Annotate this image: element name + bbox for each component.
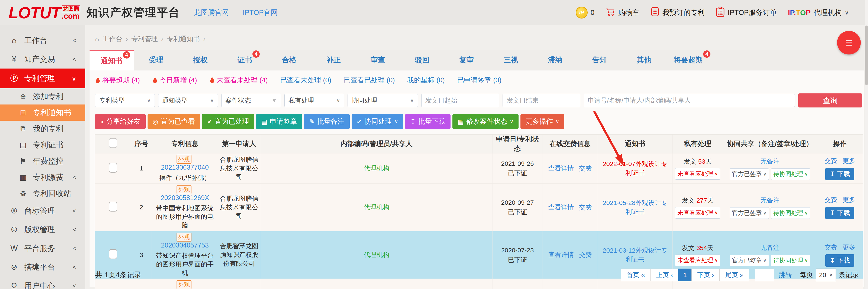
sidebar-item-patent-mgmt[interactable]: Ⓟ 专利管理 ∨ bbox=[0, 69, 85, 88]
cart-button[interactable]: 购物车 bbox=[606, 7, 640, 18]
tab-other[interactable]: 其他 bbox=[622, 50, 666, 70]
sidebar-sub-add-patent[interactable]: ⊕ 添加专利 bbox=[0, 88, 85, 105]
select-all-checkbox[interactable] bbox=[109, 138, 117, 148]
sidebar-item-copyright-mgmt[interactable]: © 版权管理 < bbox=[0, 220, 85, 239]
sidebar-item-build-platform[interactable]: ⊛ 搭建平台 < bbox=[0, 258, 85, 277]
ip-coin-balance[interactable]: IP 0 bbox=[576, 7, 594, 19]
row-checkbox[interactable] bbox=[109, 163, 117, 173]
download-button[interactable]: ↧下载 bbox=[825, 168, 854, 180]
tab-notices[interactable]: 通知书4 bbox=[90, 50, 134, 71]
op-fee-link[interactable]: 交费 bbox=[825, 244, 837, 251]
op-more-link[interactable]: 更多 bbox=[842, 244, 855, 251]
filter-unviewed-unhandled[interactable]: 未查看未处理 (4) bbox=[209, 76, 268, 85]
sidebar-sub-patent-certs[interactable]: ▤ 专利证书 bbox=[0, 137, 85, 153]
fee-detail-link[interactable]: 查看详情 bbox=[548, 251, 574, 258]
note-state-link[interactable]: 无备注 bbox=[760, 244, 779, 252]
tab-grant[interactable]: 授权 bbox=[178, 50, 223, 70]
nav-link-lotut-site[interactable]: 龙图腾官网 bbox=[194, 8, 229, 17]
private-state-select[interactable]: 未查看应处理∨ bbox=[675, 207, 720, 219]
collab-state-select[interactable]: 待协同处理∨ bbox=[771, 207, 810, 219]
fee-detail-link[interactable]: 查看详情 bbox=[548, 204, 574, 211]
mark-handled-button[interactable]: ✔置为已处理 bbox=[202, 114, 254, 129]
collab-handle-select[interactable]: 协同处理∨ bbox=[347, 94, 418, 107]
issue-date-end-input[interactable] bbox=[502, 94, 580, 107]
private-state-select[interactable]: 未查看应处理∨ bbox=[675, 168, 720, 180]
tab-reexamination[interactable]: 复审 bbox=[444, 50, 489, 70]
filter-my-stars[interactable]: 我的星标 (0) bbox=[407, 76, 445, 85]
reserved-patents-button[interactable]: 我预订的专利 bbox=[651, 7, 705, 18]
first-page-button[interactable]: 首页 « bbox=[621, 268, 651, 281]
tab-correction[interactable]: 补正 bbox=[311, 50, 355, 70]
sidebar-sub-my-patents[interactable]: ⧉ 我的专利 bbox=[0, 121, 85, 137]
op-more-link[interactable]: 更多 bbox=[842, 196, 855, 203]
collab-state-select[interactable]: 待协同处理∨ bbox=[771, 255, 810, 266]
bulk-note-button[interactable]: ✎批量备注 bbox=[304, 114, 349, 129]
tab-rejection[interactable]: 驳回 bbox=[400, 50, 444, 70]
issue-date-start-input[interactable] bbox=[421, 94, 499, 107]
filter-expiring[interactable]: 将要超期 (4) bbox=[95, 76, 140, 85]
agency-menu[interactable]: IP.TOP 代理机构 ∨ bbox=[788, 8, 849, 17]
tab-three-views[interactable]: 三视 bbox=[489, 50, 533, 70]
jump-button[interactable]: 跳转 bbox=[779, 270, 792, 280]
sidebar-item-workbench[interactable]: ⌂ 工作台 < bbox=[0, 31, 85, 50]
private-state-select[interactable]: 未查看应处理∨ bbox=[675, 255, 720, 266]
sidebar-item-trademark-mgmt[interactable]: ® 商标管理 < bbox=[0, 202, 85, 220]
iptop-orders-button[interactable]: IPTOP服务订单 bbox=[716, 7, 777, 19]
patent-number-link[interactable]: 2020304057753 bbox=[161, 242, 209, 249]
search-button[interactable]: 查询 bbox=[798, 94, 862, 107]
filter-viewed-handled[interactable]: 已查看已处理 (0) bbox=[344, 76, 395, 85]
collab-state-select[interactable]: 待协同处理∨ bbox=[771, 168, 810, 180]
sidebar-item-user-center[interactable]: Ω 用户中心 < bbox=[0, 277, 85, 289]
download-button[interactable]: ↧下载 bbox=[825, 207, 854, 219]
notice-link[interactable]: 2021-03-12外观设计专利证书 bbox=[603, 247, 668, 263]
nav-link-iptop-site[interactable]: IPTOP官网 bbox=[243, 8, 278, 17]
filter-new-today[interactable]: 今日新增 (4) bbox=[152, 76, 197, 85]
breadcrumb-workbench[interactable]: 工作台 bbox=[102, 34, 122, 43]
scrollbar-thumb[interactable] bbox=[865, 26, 868, 85]
patent-number-link[interactable]: 2021306377040 bbox=[161, 164, 209, 171]
sign-state-select[interactable]: 官方已签章∨ bbox=[730, 207, 769, 219]
patent-type-select[interactable]: 专利类型∨ bbox=[95, 94, 155, 107]
fee-pay-link[interactable]: 交费 bbox=[579, 204, 592, 211]
notice-link[interactable]: 2022-01-07外观设计专利证书 bbox=[603, 160, 668, 176]
sidebar-sub-patent-recycle[interactable]: ♻ 专利回收站 bbox=[0, 185, 85, 202]
apply-signature-button[interactable]: ▤申请签章 bbox=[256, 114, 302, 129]
op-fee-link[interactable]: 交费 bbox=[825, 196, 837, 203]
sidebar-sub-annuity-monitor[interactable]: ⚑ 年费监控 bbox=[0, 153, 85, 169]
jump-page-input[interactable] bbox=[755, 268, 774, 281]
row-checkbox[interactable] bbox=[109, 249, 117, 259]
fee-pay-link[interactable]: 交费 bbox=[579, 251, 592, 258]
change-case-status-button[interactable]: ▦修改案件状态∨ bbox=[453, 114, 519, 129]
tab-certificate[interactable]: 证书4 bbox=[223, 50, 267, 70]
collab-handle-button[interactable]: ✔协同处理∨ bbox=[351, 114, 403, 129]
patent-number-link[interactable]: 202030581269X bbox=[160, 194, 209, 202]
sign-state-select[interactable]: 官方已签章∨ bbox=[730, 168, 769, 180]
case-status-select[interactable]: 案件状态▼ bbox=[221, 94, 281, 107]
fee-pay-link[interactable]: 交费 bbox=[579, 165, 592, 172]
bulk-download-button[interactable]: ↧批量下载 bbox=[405, 114, 451, 129]
download-button[interactable]: ↧下载 bbox=[825, 254, 854, 267]
floating-menu-button[interactable]: ≡ bbox=[837, 31, 861, 55]
tab-late-fee[interactable]: 滞纳 bbox=[533, 50, 578, 70]
private-handle-select[interactable]: 私有处理∨ bbox=[284, 94, 344, 107]
sidebar-sub-patent-notices[interactable]: ⊞ 专利通知书 bbox=[0, 105, 85, 121]
note-state-link[interactable]: 无备注 bbox=[760, 196, 779, 205]
prev-page-button[interactable]: 上页 ‹ bbox=[650, 268, 678, 281]
notice-type-select[interactable]: 通知类型∨ bbox=[158, 94, 218, 107]
filter-viewed-unhandled[interactable]: 已查看未处理 (0) bbox=[280, 76, 331, 85]
breadcrumb-patent-notices[interactable]: 专利通知书 bbox=[167, 34, 200, 43]
op-fee-link[interactable]: 交费 bbox=[825, 157, 837, 164]
last-page-button[interactable]: 尾页 » bbox=[719, 268, 749, 281]
mark-viewed-button[interactable]: ◎置为已查看 bbox=[148, 114, 200, 129]
share-to-friends-button[interactable]: «分享给好友 bbox=[95, 114, 146, 129]
sign-state-select[interactable]: 官方已签章∨ bbox=[730, 255, 769, 266]
more-actions-button[interactable]: 更多操作∨ bbox=[521, 114, 564, 129]
breadcrumb-patent-mgmt[interactable]: 专利管理 bbox=[131, 34, 158, 43]
tab-qualified[interactable]: 合格 bbox=[267, 50, 311, 70]
tab-notification[interactable]: 告知 bbox=[578, 50, 622, 70]
next-page-button[interactable]: 下页 › bbox=[691, 268, 720, 281]
app-logo[interactable]: LOTUT 龙图腾 .com bbox=[8, 5, 81, 20]
tab-examination[interactable]: 审查 bbox=[355, 50, 400, 70]
tab-expiring[interactable]: 将要超期4 bbox=[666, 50, 710, 70]
fee-detail-link[interactable]: 查看详情 bbox=[548, 165, 574, 172]
